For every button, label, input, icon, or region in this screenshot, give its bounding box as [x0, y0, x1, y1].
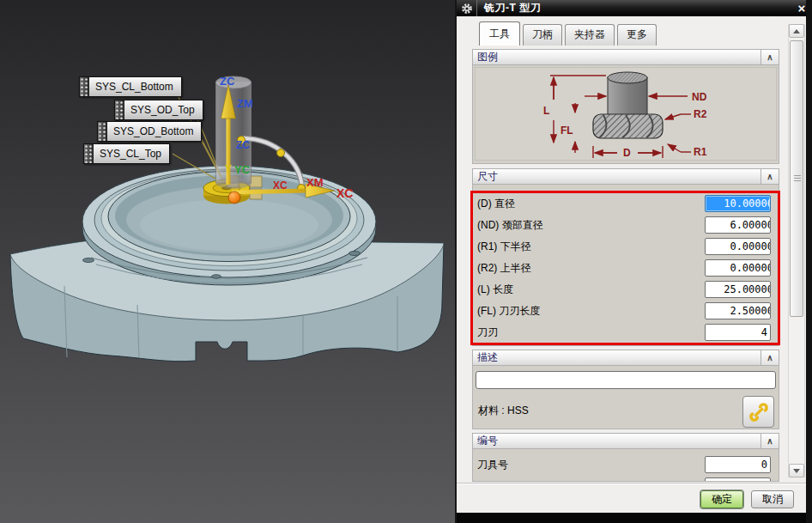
material-label: 材料 : HSS	[478, 404, 529, 418]
legend-dim-ND: ND	[692, 91, 707, 103]
legend-group-header[interactable]: 图例 ∧	[472, 49, 779, 65]
field-label: (D) 直径	[477, 195, 515, 213]
axis-label-zc-mid: ZC	[236, 139, 250, 151]
field-label: 刀刃	[477, 324, 498, 342]
axis-label-zm: ZM	[237, 97, 253, 110]
lower-radius-field[interactable]: 0.00000	[705, 238, 771, 255]
scene-canvas: ZC ZM ZC Y YC XC XM XC	[0, 0, 455, 523]
upper-radius-field[interactable]: 0.00000	[705, 259, 771, 277]
grip-icon	[115, 100, 124, 119]
dialog-tabs: 工具 刀柄 夹持器 更多	[479, 25, 659, 46]
nx-application: ZC ZM ZC Y YC XC XM XC SYS_CL_Bottom SYS…	[0, 0, 812, 523]
axis-label-zc-top: ZC	[220, 75, 235, 88]
dimension-row: (ND) 颈部直径 6.00000	[473, 216, 779, 234]
neck-diameter-field[interactable]: 6.00000	[705, 216, 771, 234]
description-group-body: 材料 : HSS	[472, 366, 779, 429]
length-field[interactable]: 25.00000	[705, 281, 771, 298]
bowl-floor-light	[140, 199, 318, 251]
collapse-chevron-icon[interactable]: ∧	[760, 50, 779, 64]
legend-dim-R1: R1	[694, 146, 707, 158]
field-label: (L) 长度	[477, 281, 513, 299]
tab-tool[interactable]: 工具	[479, 21, 520, 46]
numbering-group-title: 编号	[473, 434, 498, 448]
collapse-chevron-icon[interactable]: ∧	[760, 169, 779, 184]
legend-dim-R2: R2	[694, 108, 707, 120]
material-edit-button[interactable]	[742, 396, 774, 428]
collapse-chevron-icon[interactable]: ∧	[760, 350, 779, 365]
dimension-row: (D) 直径 10.00000	[473, 195, 779, 213]
dimension-row: (R1) 下半径 0.00000	[473, 238, 779, 256]
tool-legend-image: L FL ND R2 D R1	[475, 67, 777, 161]
legend-dim-D: D	[623, 147, 631, 159]
arc-ball-handle[interactable]	[277, 149, 285, 157]
dialog-right-border	[806, 0, 812, 523]
wrench-icon	[747, 400, 771, 424]
dimension-row: (FL) 刀刃长度 2.50000	[473, 302, 779, 320]
tool-number-field-partial[interactable]	[705, 477, 771, 482]
origin-ball-handle[interactable]	[228, 192, 240, 204]
scrollbar-up-button[interactable]	[789, 24, 804, 38]
sys-label-text: SYS_OD_Bottom	[107, 122, 201, 141]
gear-icon	[461, 3, 473, 15]
tab-holder[interactable]: 夹持器	[565, 24, 615, 46]
sys-label-text: SYS_OD_Top	[124, 100, 203, 119]
dimension-row: (R2) 上半径 0.00000	[473, 259, 779, 277]
description-group-title: 描述	[473, 350, 498, 365]
scrollbar-down-button[interactable]	[789, 464, 804, 477]
graphics-viewport[interactable]: ZC ZM ZC Y YC XC XM XC SYS_CL_Bottom SYS…	[0, 0, 455, 523]
sys-label-od-bottom[interactable]: SYS_OD_Bottom	[97, 121, 202, 142]
collapse-chevron-icon[interactable]: ∧	[760, 434, 779, 448]
dialog-scrollbar[interactable]	[788, 24, 805, 477]
scrollbar-grip-icon	[794, 175, 801, 182]
dialog-title: 铣刀-T 型刀	[477, 1, 541, 15]
numbering-group-header[interactable]: 编号 ∧	[472, 433, 779, 449]
scroll-up-icon	[793, 29, 800, 33]
dimensions-group-title: 尺寸	[473, 169, 498, 184]
tool-number-field[interactable]: 0	[705, 456, 771, 473]
axis-label-y-overlap: Y	[225, 163, 232, 175]
grip-icon	[80, 77, 89, 96]
tab-shank[interactable]: 刀柄	[523, 24, 562, 46]
dimension-row: (L) 长度 25.00000	[473, 281, 779, 299]
grip-icon	[98, 122, 107, 141]
dimensions-group-body: (D) 直径 10.00000 (ND) 颈部直径 6.00000 (R1) 下…	[472, 185, 779, 346]
field-label: (FL) 刀刃长度	[477, 302, 540, 320]
field-label: (R2) 上半径	[477, 259, 531, 277]
field-label: (ND) 颈部直径	[477, 216, 543, 234]
description-group-header[interactable]: 描述 ∧	[472, 350, 779, 366]
axis-label-yc: YC	[234, 163, 251, 176]
numbering-row: 刀具号 0	[473, 456, 779, 474]
dialog-footer: 确定 取消	[457, 483, 812, 513]
dialog-titlebar: 铣刀-T 型刀 ×	[457, 0, 812, 16]
description-input[interactable]	[476, 371, 776, 389]
dimensions-group-header[interactable]: 尺寸 ∧	[472, 168, 779, 185]
sys-label-text: SYS_CL_Bottom	[89, 77, 181, 96]
dialog-bottom-border	[457, 513, 812, 523]
flutes-field[interactable]: 4	[705, 324, 771, 341]
sys-label-cl-bottom[interactable]: SYS_CL_Bottom	[79, 76, 182, 97]
tab-more[interactable]: 更多	[617, 24, 657, 46]
legend-dim-FL: FL	[561, 125, 573, 137]
field-label: 刀具号	[477, 456, 508, 474]
ok-button[interactable]: 确定	[700, 490, 743, 508]
sys-label-cl-top[interactable]: SYS_CL_Top	[83, 143, 170, 164]
legend-group-title: 图例	[473, 50, 498, 64]
sys-label-text: SYS_CL_Top	[94, 144, 169, 163]
axis-label-xc-mid: XC	[273, 179, 288, 192]
legend-dim-L: L	[543, 105, 549, 117]
tool-dialog: 铣刀-T 型刀 × 工具 刀柄 夹持器 更多 图例 ∧	[455, 0, 812, 523]
scroll-down-icon	[793, 469, 800, 473]
diameter-field[interactable]: 10.00000	[705, 195, 771, 212]
sys-label-od-top[interactable]: SYS_OD_Top	[114, 100, 203, 120]
dimension-row: 刀刃 4	[473, 324, 779, 342]
legend-group-body: L FL ND R2 D R1	[472, 65, 779, 164]
axis-label-xc-right: XC	[336, 186, 353, 200]
scrollbar-thumb[interactable]	[790, 40, 803, 317]
flute-length-field[interactable]: 2.50000	[705, 302, 771, 319]
cancel-button[interactable]: 取消	[751, 490, 794, 508]
numbering-group-body: 刀具号 0	[472, 449, 779, 482]
grip-icon	[84, 144, 94, 163]
field-label: (R1) 下半径	[477, 238, 531, 256]
dialog-menu-button[interactable]	[457, 0, 477, 16]
axis-label-xm: XM	[306, 176, 324, 189]
